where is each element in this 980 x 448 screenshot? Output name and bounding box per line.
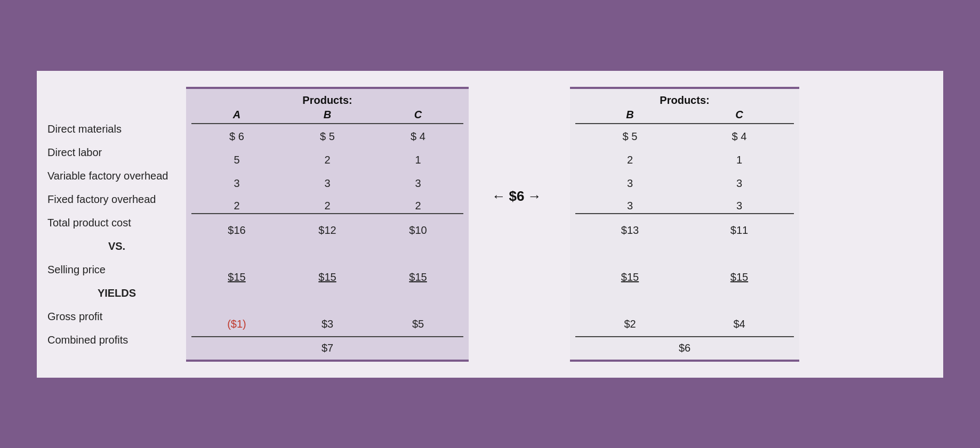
left-gp-a: ($1) bbox=[191, 318, 282, 330]
left-dl-c: 1 bbox=[373, 154, 463, 166]
left-dm-b: $ 5 bbox=[282, 131, 373, 143]
right-row-gross-profit: $2 $4 bbox=[575, 313, 794, 336]
label-direct-labor: Direct labor bbox=[47, 141, 186, 165]
right-row-direct-labor: 2 1 bbox=[575, 149, 794, 172]
left-vs-spacer bbox=[191, 242, 463, 266]
right-cp-combined: $6 bbox=[575, 342, 794, 354]
left-table: Products: A B C $ 6 $ 5 $ 4 bbox=[186, 87, 469, 362]
left-vfo-c: 3 bbox=[373, 177, 463, 190]
right-tpc-b: $13 bbox=[575, 224, 685, 237]
right-dm-c: $ 4 bbox=[685, 131, 794, 143]
left-dm-a: $ 6 bbox=[191, 131, 282, 143]
left-col-b: B bbox=[282, 109, 373, 121]
right-col-b: B bbox=[575, 109, 685, 121]
right-table: Products: B C $ 5 $ 4 2 1 bbox=[570, 87, 799, 362]
left-sp-a: $15 bbox=[191, 271, 282, 283]
right-gp-c: $4 bbox=[685, 318, 794, 330]
right-tpc-c: $11 bbox=[685, 224, 794, 237]
left-col-c: C bbox=[373, 109, 463, 121]
left-ffo-c: 2 bbox=[373, 200, 463, 214]
arrow-label: ← $6 → bbox=[492, 188, 542, 205]
left-sp-b: $15 bbox=[282, 271, 373, 283]
label-fixed-factory-overhead: Fixed factory overhead bbox=[47, 188, 186, 211]
left-ffo-a: 2 bbox=[191, 200, 282, 214]
label-vs: VS. bbox=[47, 235, 186, 258]
arrow-text: $6 bbox=[509, 188, 525, 205]
left-row-ffo: 2 2 2 bbox=[191, 196, 463, 219]
left-dl-b: 2 bbox=[282, 154, 373, 166]
label-direct-materials: Direct materials bbox=[47, 118, 186, 141]
left-sp-c: $15 bbox=[373, 271, 463, 283]
right-row-combined-profits: $6 bbox=[575, 336, 794, 360]
arrow-section: ← $6 → bbox=[469, 87, 565, 205]
right-gp-b: $2 bbox=[575, 318, 685, 330]
right-sp-b: $15 bbox=[575, 271, 685, 283]
left-row-selling-price: $15 $15 $15 bbox=[191, 266, 463, 289]
label-combined-profits: Combined profits bbox=[47, 329, 186, 352]
label-yields: YIELDS bbox=[47, 282, 186, 305]
right-row-tpc: $13 $11 bbox=[575, 219, 794, 242]
left-dl-a: 5 bbox=[191, 154, 282, 166]
right-vfo-c: 3 bbox=[685, 177, 794, 190]
row-labels: Direct materials Direct labor Variable f… bbox=[47, 87, 186, 352]
left-row-direct-labor: 5 2 1 bbox=[191, 149, 463, 172]
left-products-header: Products: bbox=[191, 89, 463, 109]
right-yields-spacer bbox=[575, 289, 794, 313]
arrow-right: → bbox=[527, 188, 541, 205]
left-col-a: A bbox=[191, 109, 282, 121]
right-dl-c: 1 bbox=[685, 154, 794, 166]
left-gp-c: $5 bbox=[373, 318, 463, 330]
right-ffo-c: 3 bbox=[685, 200, 794, 214]
arrow-left: ← bbox=[492, 188, 506, 205]
left-gp-b: $3 bbox=[282, 318, 373, 330]
left-vfo-a: 3 bbox=[191, 177, 282, 190]
right-col-c: C bbox=[685, 109, 794, 121]
left-cp-combined: $7 bbox=[191, 342, 463, 354]
left-tpc-b: $12 bbox=[282, 224, 373, 237]
left-ffo-b: 2 bbox=[282, 200, 373, 214]
left-vfo-b: 3 bbox=[282, 177, 373, 190]
right-products-header: Products: bbox=[575, 89, 794, 109]
right-ffo-b: 3 bbox=[575, 200, 685, 214]
right-dm-b: $ 5 bbox=[575, 131, 685, 143]
right-vfo-b: 3 bbox=[575, 177, 685, 190]
label-total-product-cost: Total product cost bbox=[47, 211, 186, 235]
main-container: Direct materials Direct labor Variable f… bbox=[37, 71, 943, 378]
right-vs-spacer bbox=[575, 242, 794, 266]
right-row-ffo: 3 3 bbox=[575, 196, 794, 219]
label-gross-profit: Gross profit bbox=[47, 305, 186, 329]
left-tpc-c: $10 bbox=[373, 224, 463, 237]
right-row-direct-materials: $ 5 $ 4 bbox=[575, 125, 794, 149]
label-variable-factory-overhead: Variable factory overhead bbox=[47, 165, 186, 188]
right-dl-b: 2 bbox=[575, 154, 685, 166]
left-dm-c: $ 4 bbox=[373, 131, 463, 143]
left-row-tpc: $16 $12 $10 bbox=[191, 219, 463, 242]
right-col-headers: B C bbox=[575, 109, 794, 124]
right-row-vfo: 3 3 bbox=[575, 172, 794, 196]
left-row-combined-profits: $7 bbox=[191, 336, 463, 360]
left-col-headers: A B C bbox=[191, 109, 463, 124]
right-row-selling-price: $15 $15 bbox=[575, 266, 794, 289]
right-sp-c: $15 bbox=[685, 271, 794, 283]
left-row-vfo: 3 3 3 bbox=[191, 172, 463, 196]
left-row-direct-materials: $ 6 $ 5 $ 4 bbox=[191, 125, 463, 149]
left-row-gross-profit: ($1) $3 $5 bbox=[191, 313, 463, 336]
left-tpc-a: $16 bbox=[191, 224, 282, 237]
left-yields-spacer bbox=[191, 289, 463, 313]
label-selling-price: Selling price bbox=[47, 258, 186, 282]
